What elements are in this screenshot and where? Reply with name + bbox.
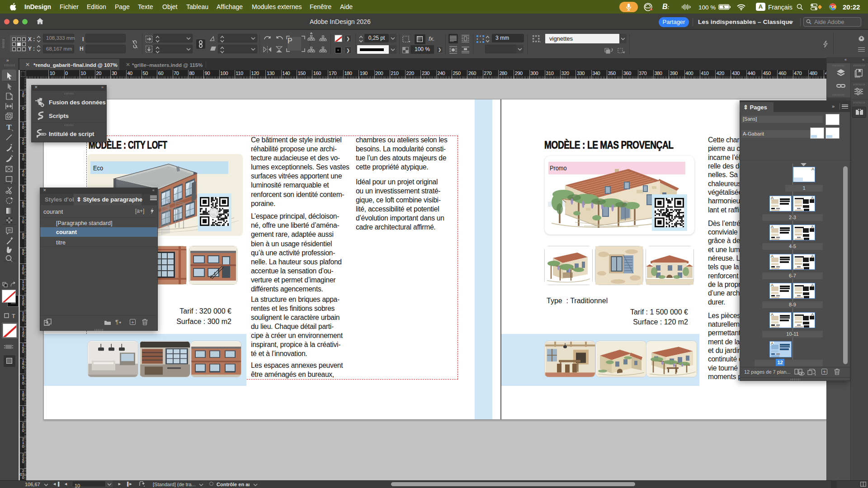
svg-text:T: T: [6, 123, 12, 131]
